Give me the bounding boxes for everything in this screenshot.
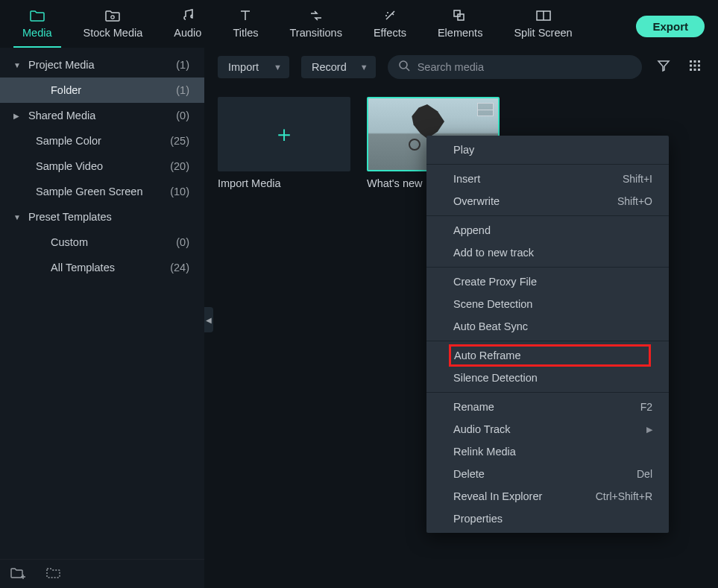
tree-shared-media[interactable]: ▶Shared Media (0)	[0, 103, 204, 128]
menu-separator	[426, 164, 669, 165]
ctx-scene-detection[interactable]: Scene Detection	[426, 293, 669, 315]
search-box[interactable]	[388, 55, 642, 79]
ctx-auto-beat-sync[interactable]: Auto Beat Sync	[426, 315, 669, 338]
grid-view-icon[interactable]	[685, 56, 705, 78]
svg-point-0	[111, 16, 114, 19]
svg-rect-11	[694, 65, 696, 67]
ctx-label: Play	[453, 144, 474, 156]
sidebar: ▼Project Media (1) Folder (1) ▶Shared Me…	[0, 48, 204, 588]
highlight-annotation: Auto Reframe	[449, 344, 651, 367]
export-button[interactable]: Export	[636, 16, 705, 37]
tree-label: Project Media	[28, 59, 95, 71]
svg-rect-12	[698, 65, 700, 67]
ctx-label: Silence Detection	[453, 372, 538, 384]
tab-label: Audio	[174, 27, 201, 39]
tab-effects[interactable]: Effects	[365, 4, 415, 48]
content-toolbar: Import ▼ Record ▼	[204, 48, 718, 86]
ctx-auto-reframe[interactable]: Auto Reframe	[454, 350, 646, 361]
ctx-insert[interactable]: InsertShift+I	[426, 168, 669, 190]
svg-rect-2	[458, 14, 464, 20]
menu-separator	[426, 341, 669, 341]
tab-elements[interactable]: Elements	[429, 4, 491, 48]
ctx-shortcut: Shift+O	[617, 195, 652, 207]
tree-label: Preset Templates	[28, 211, 112, 223]
svg-rect-14	[694, 69, 696, 71]
tab-transitions[interactable]: Transitions	[281, 4, 351, 48]
ctx-add-to-new-track[interactable]: Add to new track	[426, 241, 669, 264]
ctx-rename[interactable]: RenameF2	[426, 396, 669, 418]
folder-outline-icon[interactable]	[46, 567, 61, 582]
ctx-shortcut: Del	[637, 468, 652, 480]
ctx-label: Add to new track	[453, 247, 534, 259]
ctx-label: Auto Reframe	[454, 350, 520, 361]
nav-tabs: Media Stock Media Audio Titles Transitio…	[13, 4, 636, 48]
import-media-tile[interactable]: ＋ Import Media	[218, 97, 350, 189]
svg-rect-10	[690, 65, 692, 67]
tree-sample-color[interactable]: Sample Color (25)	[0, 128, 204, 154]
record-dropdown[interactable]: Record ▼	[301, 56, 376, 78]
search-input[interactable]	[418, 61, 632, 73]
ctx-label: Overwrite	[453, 195, 500, 207]
svg-rect-9	[698, 60, 700, 63]
tree-count: (0)	[176, 110, 189, 121]
ctx-label: Reveal In Explorer	[453, 490, 542, 502]
tree-custom[interactable]: Custom (0)	[0, 230, 204, 255]
tree-all-templates[interactable]: All Templates (24)	[0, 255, 204, 280]
chevron-down-icon: ▼	[13, 213, 21, 221]
tab-media[interactable]: Media	[13, 4, 61, 48]
transitions-icon	[309, 7, 323, 24]
svg-line-6	[406, 68, 409, 71]
tree-project-media[interactable]: ▼Project Media (1)	[0, 52, 204, 78]
ctx-label: Rename	[453, 401, 494, 413]
chevron-down-icon: ▼	[13, 61, 21, 69]
svg-rect-8	[694, 60, 696, 63]
ctx-label: Append	[453, 224, 491, 236]
ctx-shortcut: Shift+I	[623, 173, 652, 185]
ctx-delete[interactable]: DeleteDel	[426, 463, 669, 485]
ctx-properties[interactable]: Properties	[426, 508, 669, 530]
ctx-create-proxy[interactable]: Create Proxy File	[426, 271, 669, 293]
import-dropdown[interactable]: Import ▼	[218, 56, 289, 78]
tree-label: All Templates	[51, 262, 115, 274]
import-thumb[interactable]: ＋	[218, 97, 350, 171]
ctx-reveal-in-explorer[interactable]: Reveal In ExplorerCtrl+Shift+R	[426, 485, 669, 508]
ctx-play[interactable]: Play	[426, 139, 669, 161]
ctx-overwrite[interactable]: OverwriteShift+O	[426, 190, 669, 212]
tree-sample-video[interactable]: Sample Video (20)	[0, 154, 204, 179]
folder-icon	[30, 7, 45, 24]
chevron-right-icon: ▶	[13, 112, 21, 120]
ctx-label: Scene Detection	[453, 298, 532, 310]
media-tree: ▼Project Media (1) Folder (1) ▶Shared Me…	[0, 48, 204, 559]
dropdown-label: Record	[312, 61, 347, 73]
tree-folder[interactable]: Folder (1)	[0, 78, 204, 103]
new-folder-icon[interactable]	[10, 567, 25, 582]
tab-label: Titles	[233, 27, 258, 39]
menu-separator	[426, 392, 669, 393]
tab-label: Transitions	[290, 27, 342, 39]
tab-label: Elements	[438, 27, 482, 39]
chevron-down-icon: ▼	[274, 63, 282, 72]
tree-count: (1)	[176, 84, 189, 96]
tree-label: Shared Media	[28, 110, 95, 121]
menu-separator	[426, 215, 669, 216]
tree-preset-templates[interactable]: ▼Preset Templates	[0, 204, 204, 230]
split-screen-icon	[536, 7, 551, 24]
plus-icon: ＋	[273, 119, 295, 150]
tree-count: (25)	[170, 135, 189, 147]
filter-icon[interactable]	[654, 56, 673, 78]
tab-titles[interactable]: Titles	[224, 4, 267, 48]
svg-rect-1	[454, 10, 460, 16]
tab-split-screen[interactable]: Split Screen	[505, 4, 581, 48]
thumbnail-graphic	[410, 104, 444, 139]
ctx-audio-track[interactable]: Audio Track▶	[426, 418, 669, 440]
ctx-relink-media[interactable]: Relink Media	[426, 440, 669, 463]
tab-label: Stock Media	[84, 27, 143, 39]
ctx-silence-detection[interactable]: Silence Detection	[426, 367, 669, 389]
ctx-append[interactable]: Append	[426, 219, 669, 241]
tab-audio[interactable]: Audio	[165, 4, 210, 48]
tree-sample-green-screen[interactable]: Sample Green Screen (10)	[0, 179, 204, 204]
sidebar-collapse-handle[interactable]: ◀	[204, 307, 213, 332]
clip-badge-icon	[477, 103, 494, 116]
tab-stock-media[interactable]: Stock Media	[75, 4, 152, 48]
tree-count: (20)	[170, 160, 189, 172]
